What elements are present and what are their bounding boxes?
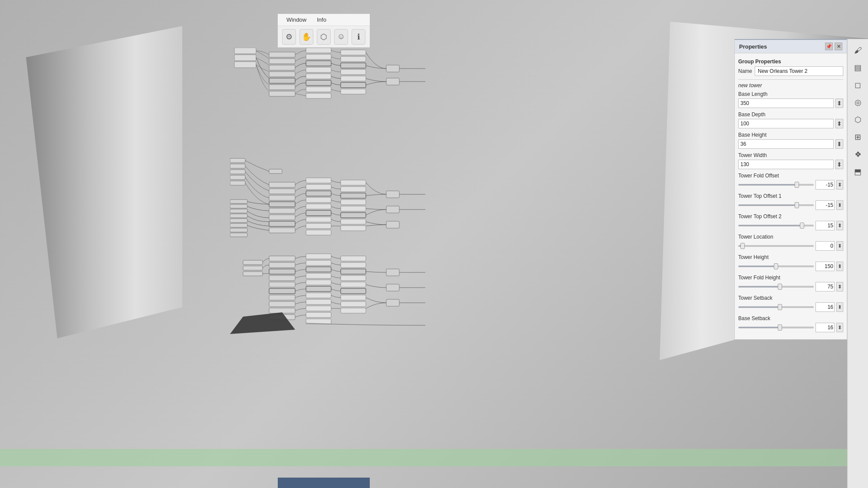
sidebar-brush-button[interactable]: 🖌 — [850, 43, 866, 58]
tower-height-value: 150 — [815, 262, 835, 271]
base-depth-input[interactable] — [738, 119, 834, 128]
tower-top-offset2-slider-row: 15 ⬍ — [738, 221, 843, 230]
tower-height-slider-row: 150 ⬍ — [738, 262, 843, 271]
pin-button[interactable]: 📌 — [825, 43, 833, 50]
svg-rect-9 — [269, 91, 295, 96]
sidebar-grid-button[interactable]: ⊞ — [850, 129, 866, 145]
share-tool-button[interactable]: ⬡ — [317, 29, 331, 45]
svg-rect-61 — [341, 200, 366, 205]
tower-top-offset2-group: Tower Top Offset 2 15 ⬍ — [738, 213, 843, 230]
tower-fold-height-value: 75 — [815, 282, 835, 291]
svg-rect-75 — [269, 275, 295, 281]
settings-tool-button[interactable]: ⚙ — [282, 29, 296, 45]
svg-rect-93 — [341, 256, 366, 261]
svg-rect-45 — [269, 208, 295, 213]
svg-rect-91 — [306, 312, 331, 318]
svg-rect-94 — [341, 262, 366, 268]
tower-fold-height-fill — [739, 286, 780, 287]
svg-rect-77 — [269, 288, 295, 294]
tower-height-thumb[interactable] — [774, 263, 778, 269]
properties-header: Properties 📌 ✕ — [735, 40, 847, 53]
tower-width-spinner[interactable]: ⬍ — [835, 160, 843, 169]
tower-setback-spinner[interactable]: ⬍ — [836, 302, 843, 312]
svg-rect-3 — [269, 52, 295, 57]
person-tool-button[interactable]: ☺ — [334, 29, 348, 45]
svg-rect-14 — [306, 74, 331, 79]
tower-setback-value: 16 — [815, 302, 835, 312]
tower-fold-offset-group: Tower Fold Offset -15 ⬍ — [738, 173, 843, 190]
tower-top-offset2-fill — [739, 225, 802, 226]
tower-location-track[interactable] — [738, 245, 814, 247]
svg-rect-58 — [341, 180, 366, 185]
svg-rect-50 — [306, 184, 331, 190]
subsection-label: new tower — [738, 82, 843, 88]
sidebar-component-button[interactable]: ❖ — [850, 147, 866, 162]
sidebar-shape-button[interactable]: ◻ — [850, 77, 866, 93]
sidebar-target-button[interactable]: ◎ — [850, 95, 866, 110]
base-height-input[interactable] — [738, 139, 834, 149]
base-depth-label: Base Depth — [738, 111, 843, 118]
svg-rect-8 — [269, 85, 295, 90]
svg-rect-21 — [341, 69, 366, 75]
base-setback-track[interactable] — [738, 327, 814, 328]
svg-rect-6 — [269, 72, 295, 77]
svg-rect-30 — [230, 175, 245, 180]
menu-info[interactable]: Info — [312, 15, 332, 25]
close-panel-button[interactable]: ✕ — [835, 43, 842, 50]
svg-rect-96 — [341, 275, 366, 281]
tower-fold-offset-track[interactable] — [738, 184, 814, 186]
tower-top-offset2-track[interactable] — [738, 225, 814, 226]
tower-top-offset2-spinner[interactable]: ⬍ — [836, 221, 843, 230]
base-setback-thumb[interactable] — [778, 324, 782, 331]
svg-rect-86 — [306, 280, 331, 285]
tower-width-input[interactable] — [738, 160, 834, 169]
tower-fold-offset-thumb[interactable] — [795, 182, 799, 188]
sidebar-layers-button[interactable]: ▤ — [850, 60, 866, 75]
tower-top-offset1-track[interactable] — [738, 204, 814, 206]
svg-rect-57 — [306, 230, 331, 235]
tower-height-track[interactable] — [738, 265, 814, 267]
tower-top-offset1-spinner[interactable]: ⬍ — [836, 200, 843, 210]
tower-fold-height-track[interactable] — [738, 286, 814, 288]
base-length-spinner[interactable]: ⬍ — [835, 98, 843, 108]
base-length-group: Base Length ⬍ — [738, 91, 843, 108]
hand-tool-button[interactable]: ✋ — [299, 29, 313, 45]
svg-rect-13 — [306, 67, 331, 72]
tower-fold-height-spinner[interactable]: ⬍ — [836, 282, 843, 291]
base-setback-spinner[interactable]: ⬍ — [836, 323, 843, 332]
svg-rect-7 — [269, 78, 295, 83]
sidebar-glasses-button[interactable]: ⬡ — [850, 112, 866, 128]
tower-top-offset2-thumb[interactable] — [800, 223, 804, 229]
base-length-input[interactable] — [738, 98, 834, 108]
tower-location-thumb[interactable] — [740, 243, 745, 249]
menu-window[interactable]: Window — [281, 15, 312, 25]
tower-top-offset1-thumb[interactable] — [795, 202, 799, 208]
tower-setback-thumb[interactable] — [778, 304, 782, 310]
svg-rect-65 — [341, 226, 366, 231]
tower-setback-track[interactable] — [738, 306, 814, 308]
tower-location-label: Tower Location — [738, 234, 843, 240]
svg-rect-11 — [306, 54, 331, 59]
tower-top-offset1-value: -15 — [815, 200, 835, 210]
name-input[interactable] — [755, 66, 843, 76]
tower-fold-offset-fill — [739, 184, 797, 185]
svg-rect-79 — [269, 301, 295, 307]
svg-rect-101 — [341, 308, 366, 313]
tower-location-group: Tower Location 0 ⬍ — [738, 234, 843, 251]
tower-fold-height-thumb[interactable] — [778, 284, 782, 290]
svg-rect-35 — [230, 214, 247, 218]
svg-rect-42 — [269, 189, 295, 194]
base-setback-label: Base Setback — [738, 315, 843, 321]
tower-fold-height-label: Tower Fold Height — [738, 275, 843, 281]
info-tool-button[interactable]: ℹ — [352, 29, 365, 45]
tower-fold-offset-spinner[interactable]: ⬍ — [836, 180, 843, 190]
tower-width-group: Tower Width ⬍ — [738, 152, 843, 169]
base-height-spinner[interactable]: ⬍ — [835, 139, 843, 149]
svg-rect-103 — [386, 284, 399, 291]
sidebar-export-button[interactable]: ⬒ — [850, 164, 866, 180]
tower-height-spinner[interactable]: ⬍ — [836, 262, 843, 271]
tower-setback-group: Tower Setback 16 ⬍ — [738, 295, 843, 312]
tower-height-group: Tower Height 150 ⬍ — [738, 254, 843, 271]
tower-location-spinner[interactable]: ⬍ — [836, 241, 843, 251]
base-depth-spinner[interactable]: ⬍ — [835, 119, 843, 128]
